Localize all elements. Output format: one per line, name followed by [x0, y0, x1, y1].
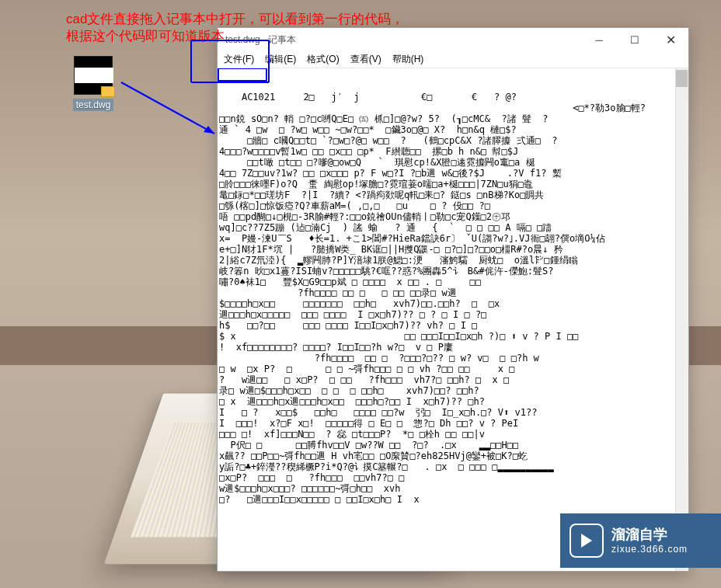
- vertical-scrollbar[interactable]: ▲ ▼: [675, 68, 688, 571]
- desktop-file-icon[interactable]: test.dwg: [68, 56, 118, 111]
- scroll-thumb[interactable]: [676, 70, 688, 87]
- text-content[interactable]: AC1021 2□ j′ j €□ € ? @? <□*?勒3o腧□輕? □□n…: [218, 68, 688, 571]
- annotation-overlay: cad文件直接拖入记事本中打开，可以看到第一行的代码， 根据这个代码即可知道版本: [66, 11, 404, 45]
- maximize-button[interactable]: ☐: [617, 28, 653, 51]
- play-icon: [569, 524, 604, 558]
- minimize-button[interactable]: ─: [581, 28, 617, 51]
- desktop-file-label: test.dwg: [73, 99, 114, 111]
- watermark-url: zixue.3d66.com: [611, 543, 688, 555]
- menu-view[interactable]: 查看(V): [350, 53, 381, 66]
- version-code-highlight: [218, 68, 267, 82]
- content-body: <□*?勒3o腧□輕? □□n鋴 sO□n? 輎 □?□c嚩Q□E□ ㈤ 枛□]…: [219, 103, 646, 505]
- menu-format[interactable]: 格式(O): [307, 53, 339, 66]
- annotation-line1: cad文件直接拖入记事本中打开，可以看到第一行的代码，: [66, 11, 404, 28]
- menu-edit[interactable]: 编辑(E): [265, 53, 296, 66]
- notepad-window: test.dwg - 记事本 ─ ☐ ✕ 文件(F) 编辑(E) 格式(O) 查…: [217, 27, 689, 572]
- dwg-thumbnail-icon: [74, 56, 113, 95]
- menu-file[interactable]: 文件(F): [224, 53, 254, 66]
- watermark-badge: 溜溜自学 zixue.3d66.com: [560, 513, 721, 568]
- close-button[interactable]: ✕: [653, 28, 688, 51]
- annotation-line2: 根据这个代码即可知道版本: [66, 28, 404, 45]
- watermark-title: 溜溜自学: [611, 526, 688, 543]
- menu-help[interactable]: 帮助(H): [392, 53, 424, 66]
- menubar: 文件(F) 编辑(E) 格式(O) 查看(V) 帮助(H): [218, 51, 688, 68]
- content-first-line: AC1021 2□ j′ j €□ € ? @?: [242, 92, 517, 103]
